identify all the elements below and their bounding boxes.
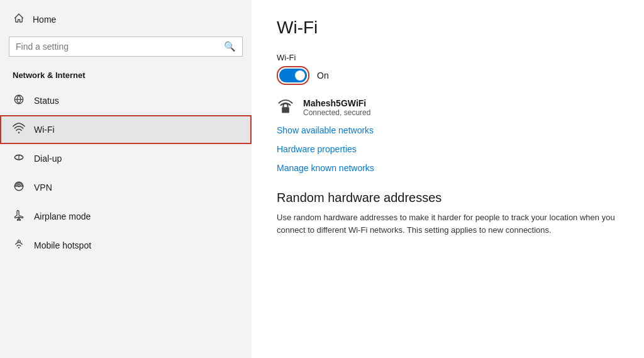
sidebar-item-hotspot-label: Mobile hotspot — [34, 240, 91, 250]
sidebar: Home 🔍 Network & Internet Status — [0, 0, 252, 358]
sidebar-section-title: Network & Internet — [0, 65, 252, 86]
toggle-state-label: On — [317, 70, 329, 81]
sidebar-item-wifi[interactable]: Wi-Fi — [0, 115, 252, 144]
connected-network-row: Mahesh5GWiFi Connected, secured — [277, 98, 619, 118]
sidebar-item-vpn[interactable]: VPN — [0, 173, 252, 202]
airplane-icon — [13, 210, 25, 223]
toggle-row: On — [277, 66, 619, 85]
globe-icon — [13, 94, 25, 108]
dialup-icon — [13, 152, 25, 165]
svg-point-6 — [18, 186, 20, 187]
sidebar-item-vpn-label: VPN — [34, 182, 52, 193]
manage-known-networks-link[interactable]: Manage known networks — [277, 163, 619, 173]
wifi-section-label: Wi-Fi — [277, 53, 619, 62]
search-input[interactable] — [16, 42, 219, 52]
toggle-knob — [295, 70, 305, 81]
sidebar-item-status-label: Status — [34, 96, 59, 106]
wifi-icon — [13, 123, 25, 137]
network-name: Mahesh5GWiFi — [303, 98, 370, 108]
wifi-toggle[interactable] — [279, 69, 307, 82]
main-content: Wi-Fi Wi-Fi On Mahesh5GWiFi — [252, 0, 644, 358]
page-title: Wi-Fi — [277, 18, 619, 38]
home-label: Home — [33, 14, 56, 25]
search-box[interactable]: 🔍 — [9, 36, 243, 57]
random-hw-description: Use random hardware addresses to make it… — [277, 211, 619, 236]
show-networks-link[interactable]: Show available networks — [277, 125, 619, 135]
sidebar-item-wifi-label: Wi-Fi — [34, 125, 55, 135]
svg-rect-8 — [282, 107, 289, 113]
sidebar-item-hotspot[interactable]: Mobile hotspot — [0, 231, 252, 260]
wifi-toggle-section: Wi-Fi On — [277, 53, 619, 85]
sidebar-item-airplane[interactable]: Airplane mode — [0, 202, 252, 231]
random-hw-heading: Random hardware addresses — [277, 191, 619, 205]
home-icon — [13, 13, 25, 26]
sidebar-item-status[interactable]: Status — [0, 86, 252, 115]
toggle-outline — [277, 66, 309, 85]
hardware-properties-link[interactable]: Hardware properties — [277, 144, 619, 154]
network-info: Mahesh5GWiFi Connected, secured — [303, 98, 370, 117]
network-status: Connected, secured — [303, 108, 370, 117]
sidebar-item-dialup[interactable]: Dial-up — [0, 144, 252, 173]
hotspot-icon — [13, 238, 25, 252]
network-wifi-icon — [277, 98, 294, 118]
sidebar-item-dialup-label: Dial-up — [34, 154, 62, 164]
sidebar-item-home[interactable]: Home — [0, 6, 252, 33]
search-icon: 🔍 — [224, 41, 236, 52]
svg-point-2 — [18, 131, 20, 133]
vpn-icon — [13, 181, 25, 194]
svg-point-7 — [18, 247, 19, 249]
sidebar-item-airplane-label: Airplane mode — [34, 211, 91, 221]
